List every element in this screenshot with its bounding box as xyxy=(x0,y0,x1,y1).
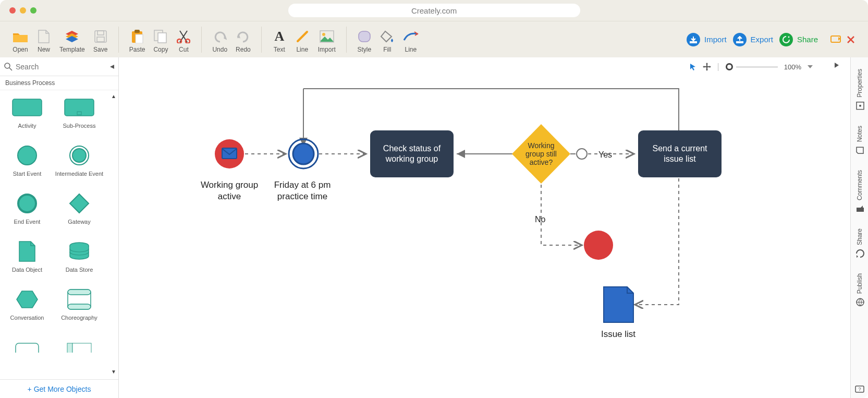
pointer-icon[interactable] xyxy=(689,63,696,70)
svg-text:active?: active? xyxy=(530,158,553,166)
copy-icon xyxy=(154,30,167,43)
address-text: Creately.com xyxy=(411,6,457,15)
svg-rect-15 xyxy=(13,99,42,116)
start-label-2: active xyxy=(218,191,241,201)
style-button[interactable]: Style xyxy=(353,26,376,57)
node-end-event[interactable] xyxy=(584,231,613,260)
import-image-button[interactable]: Import xyxy=(314,26,340,57)
zoom-slider[interactable] xyxy=(726,63,778,70)
address-bar[interactable]: Creately.com xyxy=(288,4,580,17)
titlebar: Creately.com xyxy=(0,0,868,21)
template-icon xyxy=(65,30,79,43)
close-icon[interactable] xyxy=(847,36,854,43)
svg-rect-4 xyxy=(135,30,140,33)
yes-label: Yes xyxy=(598,150,612,159)
undo-button[interactable]: Undo xyxy=(208,26,231,57)
shape-gateway[interactable]: Gateway xyxy=(53,188,105,236)
shape-data-store[interactable]: Data Store xyxy=(53,236,105,284)
cut-button[interactable]: Cut xyxy=(172,26,195,57)
svg-text:?: ? xyxy=(858,387,861,392)
shape-partial-1[interactable] xyxy=(1,332,53,379)
canvas[interactable]: | 100% xyxy=(119,57,850,398)
line-style-button[interactable]: Line xyxy=(399,26,423,57)
properties-icon xyxy=(855,101,864,110)
help-icon[interactable]: ? xyxy=(855,385,864,393)
presentation-icon[interactable] xyxy=(830,35,841,44)
shape-sub-process[interactable]: Sub-Process xyxy=(53,92,105,140)
node-issue-list[interactable] xyxy=(604,287,633,322)
shape-data-object[interactable]: Data Object xyxy=(1,236,53,284)
svg-text:working group: working group xyxy=(385,154,438,163)
import-button[interactable]: Import xyxy=(687,33,727,46)
shape-category-label: Business Process xyxy=(0,76,118,90)
rail-tab-comments[interactable]: Comments xyxy=(854,163,865,220)
main-toolbar: Open New Template Save Paste C xyxy=(0,21,868,57)
open-button[interactable]: Open xyxy=(8,26,32,57)
svg-rect-33 xyxy=(370,130,454,177)
get-more-objects-button[interactable]: + Get More Objects xyxy=(0,379,118,398)
svg-point-21 xyxy=(18,195,36,212)
rail-tab-notes[interactable]: Notes xyxy=(854,118,865,162)
node-send-issue-list[interactable]: Send a current issue list xyxy=(638,130,722,177)
shapes-panel: Business Process ▲ ▼ Activity Sub-Proces… xyxy=(0,57,119,398)
svg-rect-25 xyxy=(68,304,91,309)
rail-tab-properties[interactable]: Properties xyxy=(854,62,865,117)
minimize-window-icon[interactable] xyxy=(20,7,26,14)
publish-icon xyxy=(855,297,864,306)
line-style-icon xyxy=(403,31,419,42)
redo-icon xyxy=(236,30,250,43)
svg-rect-28 xyxy=(72,343,91,353)
paste-button[interactable]: Paste xyxy=(125,26,150,57)
scroll-up-icon[interactable]: ▲ xyxy=(110,92,117,100)
rail-tab-publish[interactable]: Publish xyxy=(854,266,865,313)
start-label-1: Working group xyxy=(201,180,258,190)
share-button[interactable]: Share xyxy=(779,33,818,46)
redo-button[interactable]: Redo xyxy=(231,26,255,57)
svg-rect-27 xyxy=(67,343,72,353)
node-start-event[interactable] xyxy=(215,139,244,168)
svg-rect-30 xyxy=(222,148,237,159)
new-button[interactable]: New xyxy=(32,26,55,57)
canvas-toolbar: | 100% xyxy=(682,57,850,76)
zoom-dropdown-icon[interactable] xyxy=(808,65,813,68)
collapse-right-icon[interactable] xyxy=(835,63,843,71)
svg-point-32 xyxy=(293,143,314,164)
svg-rect-16 xyxy=(65,99,94,116)
shape-end-event[interactable]: End Event xyxy=(1,188,53,236)
node-intermediate-small[interactable] xyxy=(577,149,587,159)
node-gateway[interactable]: Working group still active? xyxy=(512,124,570,184)
fill-icon xyxy=(380,30,395,43)
shape-intermediate-event[interactable]: Intermediate Event xyxy=(53,140,105,188)
save-button[interactable]: Save xyxy=(89,26,112,57)
comments-icon xyxy=(855,203,864,213)
search-icon xyxy=(4,63,13,71)
copy-button[interactable]: Copy xyxy=(149,26,172,57)
pan-icon[interactable] xyxy=(703,63,711,71)
close-window-icon[interactable] xyxy=(9,7,16,14)
shape-conversation[interactable]: Conversation xyxy=(1,284,53,332)
style-icon xyxy=(358,30,371,43)
paste-icon xyxy=(131,30,143,43)
node-check-status[interactable]: Check status of working group xyxy=(370,130,454,177)
notes-icon xyxy=(855,145,864,154)
maximize-window-icon[interactable] xyxy=(30,7,36,14)
template-button[interactable]: Template xyxy=(55,26,89,57)
no-label: No xyxy=(535,215,546,224)
export-button[interactable]: Export xyxy=(733,33,773,46)
undo-icon xyxy=(213,30,227,43)
fill-button[interactable]: Fill xyxy=(376,26,399,57)
shape-start-event[interactable]: Start Event xyxy=(1,140,53,188)
rail-tab-share[interactable]: Share xyxy=(854,221,865,265)
line-icon xyxy=(296,30,309,43)
node-timer-event[interactable] xyxy=(289,139,318,168)
text-tool-button[interactable]: A Text xyxy=(268,26,291,57)
cut-icon xyxy=(177,30,190,43)
search-input[interactable] xyxy=(16,63,110,71)
shape-activity[interactable]: Activity xyxy=(1,92,53,140)
line-tool-button[interactable]: Line xyxy=(291,26,314,57)
collapse-left-icon[interactable] xyxy=(110,65,114,69)
shape-partial-2[interactable] xyxy=(53,332,105,379)
new-file-icon xyxy=(38,30,50,43)
text-icon: A xyxy=(274,29,284,44)
shape-choreography[interactable]: Choreography xyxy=(53,284,105,332)
